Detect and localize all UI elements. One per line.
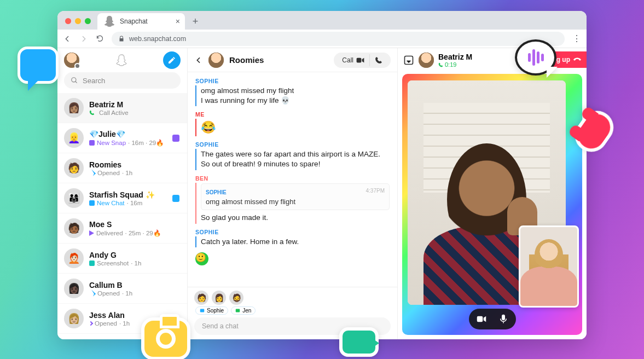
browser-window: Snapchat × + web.snapchat.com ⋮ <box>57 11 587 339</box>
conversation-item[interactable]: 👱‍♀️ 💎Julie💎 New Snap · 16m · 29🔥 <box>57 123 187 153</box>
toggle-video-button[interactable] <box>474 312 489 326</box>
message-list[interactable]: SOPHIE omg almost missed my flightI was … <box>188 72 397 287</box>
settings-gear-icon[interactable] <box>74 63 80 69</box>
maximize-window-icon[interactable] <box>85 18 91 24</box>
message: SOPHIE Catch ya later. Home in a few. <box>195 229 390 247</box>
quoted-message: SOPHIE4:37PMomg almost missed my flight <box>201 183 390 211</box>
video-area <box>402 74 582 335</box>
conversation-name: 💎Julie💎 <box>89 130 181 138</box>
search-icon <box>71 77 78 84</box>
conversation-status: Opened · 1h <box>89 170 181 176</box>
message: SOPHIE The gates were so far apart and t… <box>195 141 390 170</box>
video-call-button[interactable]: Call <box>337 54 370 66</box>
close-tab-icon[interactable]: × <box>176 17 180 26</box>
svg-point-0 <box>72 78 76 82</box>
camera-sticker-icon <box>141 317 190 359</box>
message-body: SOPHIE4:37PMomg almost missed my flightS… <box>195 183 390 224</box>
conversation-name: Andy G <box>89 251 181 259</box>
conversation-status: Screenshot · 1h <box>89 260 181 267</box>
presence-pill: Sophie <box>195 306 228 315</box>
forward-icon[interactable] <box>79 34 88 43</box>
call-panel: Beatriz M 0:19 Hang up <box>398 48 587 339</box>
search-input[interactable]: Search <box>64 72 181 89</box>
svg-rect-5 <box>477 316 483 322</box>
typing-indicator: 🙂 <box>195 252 390 265</box>
message-sender: SOPHIE <box>195 78 390 84</box>
chat-panel: Roomies Call SOPHIE omg almost missed my… <box>188 48 398 339</box>
call-control-bar <box>469 309 516 329</box>
new-tab-button[interactable]: + <box>188 14 202 28</box>
phone-icon <box>375 56 382 64</box>
search-placeholder: Search <box>83 77 105 85</box>
conversation-item[interactable]: 🧑🏾 Moe S Delivered · 25m · 29🔥 <box>57 213 187 244</box>
conversation-name: Moe S <box>89 220 181 229</box>
minimize-call-icon[interactable] <box>403 55 414 66</box>
chat-input-placeholder: Send a chat <box>202 322 239 330</box>
chat-header: Roomies Call <box>188 48 397 72</box>
message-body: The gates were so far apart and this air… <box>195 149 390 170</box>
speech-bubble-sticker-icon <box>18 47 59 84</box>
conversation-item[interactable]: 👩🏿 Callum B Opened · 1h <box>57 274 187 304</box>
tab-title: Snapchat <box>120 18 148 25</box>
conversation-name: Starfish Squad ✨ <box>89 190 181 199</box>
svg-rect-2 <box>200 309 205 312</box>
message-body: Catch ya later. Home in a few. <box>195 236 390 247</box>
conversation-status: Call Active <box>89 109 181 116</box>
typing-avatar-icon: 🙂 <box>195 252 208 265</box>
chat-title: Roomies <box>229 55 328 65</box>
snapchat-logo-icon[interactable] <box>115 54 128 67</box>
conversation-avatar: 👱‍♀️ <box>64 128 84 148</box>
window-controls[interactable] <box>62 18 94 30</box>
voice-sticker-icon <box>515 39 556 76</box>
compose-button[interactable] <box>163 51 181 69</box>
presence-avatar: 🧑 <box>194 291 208 305</box>
back-icon[interactable] <box>63 34 72 43</box>
unread-indicator-icon <box>172 135 179 142</box>
message-sender: SOPHIE <box>195 229 390 235</box>
message-sender: SOPHIE <box>195 141 390 148</box>
conversation-item[interactable]: 👩🏽 Beatriz M Call Active <box>57 93 187 123</box>
lock-icon <box>118 36 125 42</box>
conversation-avatar: 👩🏼 <box>64 309 84 328</box>
svg-rect-1 <box>357 57 362 62</box>
message-body: 😂 <box>195 119 390 136</box>
close-window-icon[interactable] <box>65 18 71 24</box>
conversation-item[interactable]: 👨‍👩‍👧 Starfish Squad ✨ New Chat · 16m <box>57 183 187 213</box>
conversation-name: Callum B <box>89 281 181 289</box>
chat-back-icon[interactable] <box>194 56 203 65</box>
message-sender: BEN <box>195 175 390 182</box>
browser-tab[interactable]: Snapchat × <box>97 13 185 30</box>
conversation-list[interactable]: 👩🏽 Beatriz M Call Active 👱‍♀️ 💎Julie💎 Ne… <box>57 93 187 339</box>
browser-menu-icon[interactable]: ⋮ <box>572 33 581 44</box>
conversation-avatar: 👨‍👩‍👧 <box>64 188 84 208</box>
message-body: omg almost missed my flightI was running… <box>195 85 390 106</box>
conversation-avatar: 👩🏽 <box>64 98 84 118</box>
reload-icon[interactable] <box>96 34 104 43</box>
toggle-mic-button[interactable] <box>496 312 510 326</box>
call-controls: Call <box>334 53 391 68</box>
chat-avatar[interactable] <box>208 53 224 68</box>
minimize-window-icon[interactable] <box>75 18 81 24</box>
self-video[interactable] <box>519 225 579 308</box>
call-duration: 0:19 <box>438 61 472 68</box>
conversation-name: Roomies <box>89 160 181 169</box>
profile-avatar[interactable] <box>64 53 79 68</box>
audio-call-button[interactable] <box>370 54 387 66</box>
video-icon <box>356 57 364 63</box>
conversation-name: Beatriz M <box>89 100 181 109</box>
call-avatar <box>419 53 434 68</box>
conversation-status: New Snap · 16m · 29🔥 <box>89 139 181 147</box>
sidebar: Search 👩🏽 Beatriz M Call Active 👱‍♀️ 💎Ju… <box>57 48 188 339</box>
conversation-avatar: 👩🏿 <box>64 279 84 298</box>
conversation-item[interactable]: 🧑 Roomies Opened · 1h <box>57 153 187 183</box>
tab-bar: Snapchat × + <box>57 11 587 30</box>
svg-rect-3 <box>236 309 240 312</box>
presence-avatar: 👩 <box>212 291 226 305</box>
conversation-item[interactable]: 🧑🏻‍🦰 Andy G Screenshot · 1h <box>57 244 187 274</box>
address-bar: web.snapchat.com ⋮ <box>57 30 587 48</box>
conversation-avatar: 🧑🏾 <box>64 218 84 238</box>
conversation-avatar: 🧑🏻‍🦰 <box>64 248 84 268</box>
url-field[interactable]: web.snapchat.com <box>112 32 565 46</box>
video-sticker-icon <box>339 327 379 357</box>
presence-avatar: 🧔 <box>229 291 243 305</box>
